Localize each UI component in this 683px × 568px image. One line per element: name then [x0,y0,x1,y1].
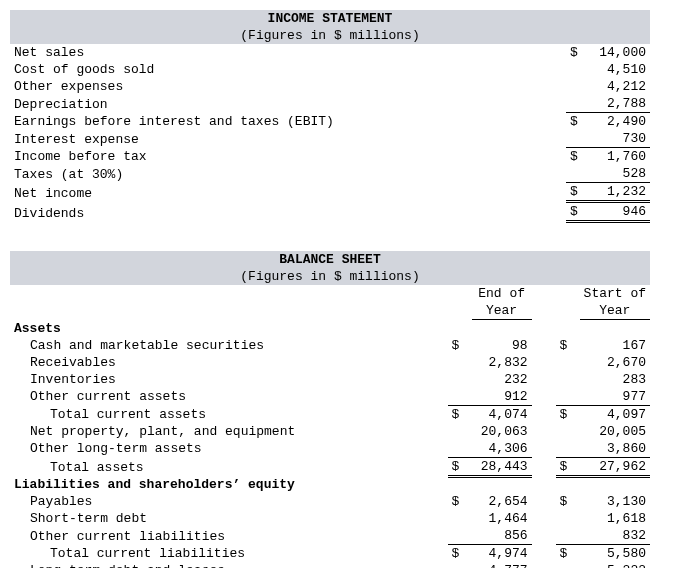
row-cur2 [556,510,580,527]
row-currency [566,78,590,95]
row-val1 [472,476,532,493]
balance-sheet: BALANCE SHEET (Figures in $ millions) En… [10,251,650,568]
income-row: Earnings before interest and taxes (EBIT… [10,113,650,131]
row-value: 2,490 [590,113,650,131]
row-label: Total assets [10,457,438,476]
row-cur1 [448,562,472,568]
row-value: 14,000 [590,44,650,61]
row-label: Earnings before interest and taxes (EBIT… [10,113,553,131]
row-currency [566,95,590,113]
row-label: Cost of goods sold [10,61,553,78]
row-cur1 [448,440,472,458]
row-val1: 4,777 [472,562,532,568]
row-value: 1,232 [590,183,650,202]
row-cur1: $ [448,545,472,563]
row-val2: 977 [580,388,650,406]
row-cur1 [448,510,472,527]
row-currency: $ [566,183,590,202]
row-currency [566,165,590,183]
balance-title: BALANCE SHEET [10,251,650,268]
row-val1: 20,063 [472,423,532,440]
balance-subtitle: (Figures in $ millions) [10,268,650,285]
row-cur1 [448,371,472,388]
row-val2: 4,097 [580,405,650,423]
row-cur2 [556,388,580,406]
row-currency [566,130,590,148]
income-row: Net sales$14,000 [10,44,650,61]
row-label: Cash and marketable securities [10,337,438,354]
row-value: 2,788 [590,95,650,113]
balance-row: Total current assets$4,074$4,097 [10,405,650,423]
col-start-b: Year [580,302,650,320]
balance-row: Short-term debt1,4641,618 [10,510,650,527]
row-value: 946 [590,202,650,222]
row-cur2 [556,476,580,493]
row-currency: $ [566,113,590,131]
row-value: 528 [590,165,650,183]
row-cur2 [556,440,580,458]
row-val2: 3,860 [580,440,650,458]
row-cur2: $ [556,457,580,476]
row-cur2 [556,354,580,371]
row-label: Net property, plant, and equipment [10,423,438,440]
row-val2: 2,670 [580,354,650,371]
row-value: 730 [590,130,650,148]
row-cur2: $ [556,545,580,563]
balance-row: Payables$2,654$3,130 [10,493,650,510]
row-label: Liabilities and shareholders’ equity [10,476,438,493]
row-cur2 [556,371,580,388]
row-val2: 283 [580,371,650,388]
row-cur1: $ [448,457,472,476]
row-label: Other long-term assets [10,440,438,458]
balance-table: BALANCE SHEET (Figures in $ millions) En… [10,251,650,568]
row-val1: 2,832 [472,354,532,371]
row-cur1 [448,388,472,406]
row-label: Total current liabilities [10,545,438,563]
row-label: Assets [10,320,438,337]
row-label: Total current assets [10,405,438,423]
income-row: Income before tax$1,760 [10,148,650,166]
row-cur2 [556,423,580,440]
balance-row: Inventories232283 [10,371,650,388]
row-val2: 1,618 [580,510,650,527]
row-label: Dividends [10,202,553,222]
balance-row: Receivables2,8322,670 [10,354,650,371]
income-subtitle: (Figures in $ millions) [10,27,650,44]
row-label: Other expenses [10,78,553,95]
row-value: 1,760 [590,148,650,166]
row-val1: 912 [472,388,532,406]
row-label: Short-term debt [10,510,438,527]
row-label: Net sales [10,44,553,61]
row-value: 4,212 [590,78,650,95]
balance-row: Long-term debt and leases4,7775,222 [10,562,650,568]
balance-row: Assets [10,320,650,337]
row-cur1 [448,354,472,371]
row-currency: $ [566,202,590,222]
income-row: Depreciation2,788 [10,95,650,113]
col-end-b: Year [472,302,532,320]
balance-row: Cash and marketable securities$98$167 [10,337,650,354]
row-cur1 [448,423,472,440]
row-label: Payables [10,493,438,510]
balance-row: Net property, plant, and equipment20,063… [10,423,650,440]
row-val1: 2,654 [472,493,532,510]
row-cur1: $ [448,337,472,354]
row-cur1 [448,320,472,337]
income-row: Net income$1,232 [10,183,650,202]
row-cur2 [556,320,580,337]
income-row: Interest expense730 [10,130,650,148]
row-val2 [580,476,650,493]
row-val1: 4,306 [472,440,532,458]
row-label: Inventories [10,371,438,388]
balance-row: Total current liabilities$4,974$5,580 [10,545,650,563]
row-val1: 4,074 [472,405,532,423]
income-table: INCOME STATEMENT (Figures in $ millions)… [10,10,650,223]
income-title: INCOME STATEMENT [10,10,650,27]
row-currency: $ [566,44,590,61]
row-label: Other current assets [10,388,438,406]
balance-row: Other current liabilities856832 [10,527,650,545]
row-val1: 1,464 [472,510,532,527]
row-val1: 232 [472,371,532,388]
income-row: Taxes (at 30%)528 [10,165,650,183]
balance-row: Liabilities and shareholders’ equity [10,476,650,493]
